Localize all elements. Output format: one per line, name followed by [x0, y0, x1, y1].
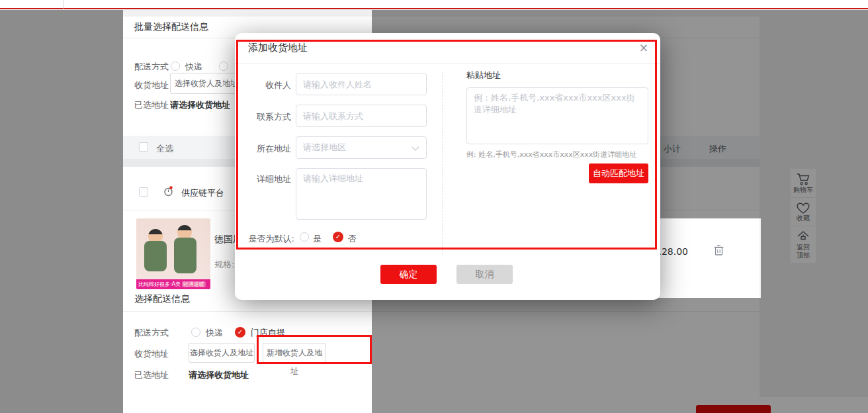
default-yes-radio[interactable]: [300, 232, 309, 242]
delete-icon[interactable]: [713, 244, 724, 256]
express-radio-label[interactable]: 快递: [185, 61, 202, 73]
product-image-figure: [144, 241, 167, 271]
chosen-address-value: 请选择收货地址: [170, 99, 230, 111]
heart-icon: [796, 202, 810, 214]
default-no-radio-checked[interactable]: ✓: [333, 232, 343, 242]
modal-vertical-divider: [442, 71, 443, 255]
auto-match-button[interactable]: 自动匹配地址: [589, 163, 648, 183]
product-image[interactable]: 比纯棉好很多·A类轻薄速暖: [136, 218, 210, 289]
delivery-section-title: 选择配送信息: [134, 293, 190, 305]
delivery-method-label: 配送方式: [134, 327, 169, 339]
address-label: 收货地址: [134, 79, 169, 91]
chosen-address-label: 已选地址: [134, 99, 169, 111]
sidebar-favorites-label[interactable]: 收藏: [791, 214, 816, 222]
default-no-label[interactable]: 否: [348, 233, 357, 245]
sidebar-cart[interactable]: 购物车: [791, 169, 816, 198]
recipient-input[interactable]: [296, 73, 427, 95]
store-icon: [163, 185, 175, 197]
express-radio[interactable]: [191, 328, 200, 337]
delivery-method-label: 配送方式: [134, 61, 169, 73]
banner-text: 比纯棉好很多·A类: [138, 281, 181, 287]
detail-label: 详细地址: [248, 173, 291, 185]
store-checkbox[interactable]: [139, 187, 148, 197]
divider: [123, 311, 760, 312]
modal-title: 添加收货地址: [248, 42, 308, 54]
paste-address-label: 粘贴地址: [466, 69, 501, 81]
pickup-radio-checked[interactable]: ✓: [235, 327, 245, 338]
confirm-button[interactable]: 确定: [380, 265, 437, 284]
chosen-address-label: 已选地址: [134, 369, 169, 381]
action-column-header: 操作: [709, 143, 726, 155]
sidebar-back-to-top-label[interactable]: 返回顶部: [795, 244, 812, 259]
back-to-top-icon: [796, 230, 810, 244]
banner-badge: 轻薄速暖: [182, 281, 206, 287]
pickup-radio-label[interactable]: 门店自提: [251, 327, 285, 339]
paste-address-hint: 例: 姓名,手机号,xxx省xxx市xxx区xxx街道详细地址: [466, 150, 636, 160]
cart-icon: [796, 173, 810, 186]
select-address-button[interactable]: 选择收货人及地址: [170, 73, 243, 94]
store-name[interactable]: 供应链平台: [181, 187, 224, 199]
sidebar-back-to-top[interactable]: 返回顶部: [791, 226, 816, 263]
sidebar-favorites[interactable]: 收藏: [791, 198, 816, 226]
sidebar-cart-label[interactable]: 购物车: [791, 186, 816, 194]
contact-label: 联系方式: [248, 111, 291, 123]
batch-section-title: 批量选择配送信息: [134, 21, 208, 33]
subtotal-column-header: 小计: [664, 143, 681, 155]
select-all-checkbox[interactable]: [139, 142, 148, 152]
paste-address-textarea[interactable]: [466, 87, 648, 144]
browser-top-bar: [0, 0, 868, 9]
floating-sidebar: 购物车 收藏 返回顶部: [791, 169, 816, 263]
region-select[interactable]: 请选择地区: [296, 136, 427, 159]
chosen-address-value: 请选择收货地址: [189, 369, 249, 381]
recipient-label: 收件人: [248, 79, 291, 91]
checkout-button[interactable]: [696, 405, 771, 413]
check-icon: ✓: [238, 328, 243, 336]
select-address-button[interactable]: 选择收货人及地址: [189, 343, 255, 363]
contact-input[interactable]: [296, 105, 427, 127]
express-radio-label[interactable]: 快递: [206, 327, 223, 339]
default-yes-label[interactable]: 是: [313, 233, 322, 245]
express-radio[interactable]: [171, 62, 180, 71]
top-bar-divider: [63, 0, 64, 9]
default-label: 是否为默认:: [248, 233, 294, 245]
close-icon[interactable]: ×: [639, 41, 648, 54]
modal-header-divider: [235, 63, 660, 64]
product-subtotal: 128.00: [656, 246, 688, 257]
dim-overlay: [0, 10, 123, 413]
check-icon: ✓: [335, 233, 341, 240]
product-image-figure: [174, 238, 196, 273]
pickup-radio[interactable]: [219, 62, 228, 71]
add-address-button[interactable]: 新增收货人及地址: [263, 343, 326, 363]
add-address-modal: 添加收货地址 × 收件人 联系方式 所在地址 请选择地区 详细地址 是否为默认:…: [235, 33, 660, 300]
cancel-button[interactable]: 取消: [456, 265, 513, 284]
detail-textarea[interactable]: [296, 168, 427, 220]
address-label: 收货地址: [134, 348, 169, 360]
product-image-banner: 比纯棉好很多·A类轻薄速暖: [136, 279, 210, 289]
region-select-placeholder: 请选择地区: [303, 142, 346, 152]
region-label: 所在地址: [248, 143, 291, 155]
chevron-down-icon: [412, 143, 419, 150]
select-all-label[interactable]: 全选: [156, 143, 173, 155]
